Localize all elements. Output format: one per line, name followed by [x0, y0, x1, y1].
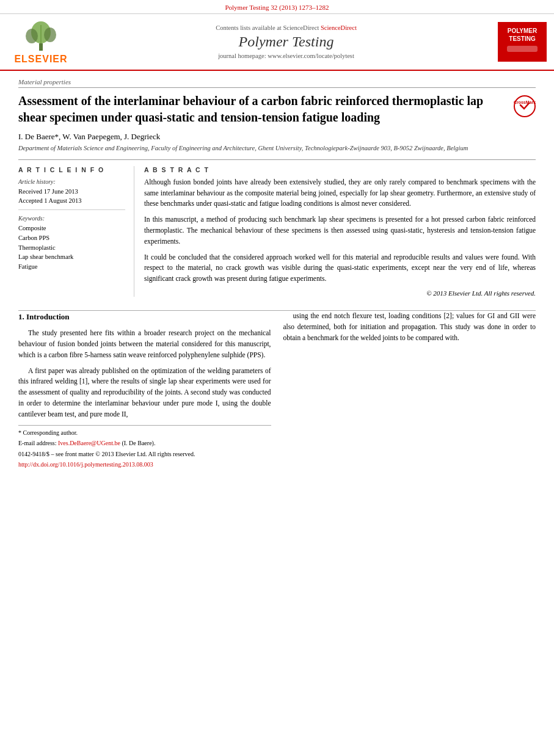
history-label: Article history:	[18, 178, 125, 185]
abstract-para-1: Although fusion bonded joints have alrea…	[144, 177, 536, 209]
journal-homepage: journal homepage: www.elsevier.com/locat…	[75, 53, 498, 59]
accepted-date: Accepted 1 August 2013	[18, 196, 125, 206]
copyright-line: © 2013 Elsevier Ltd. All rights reserved…	[144, 289, 536, 297]
footnote-asterisk: * Corresponding author.	[18, 428, 271, 438]
abstract-para-3: It could be concluded that the considere…	[144, 252, 536, 285]
article-title-block: Assessment of the interlaminar behaviour…	[18, 93, 536, 126]
abstract-para-2: In this manuscript, a method of producin…	[144, 214, 536, 247]
article-content: Material properties Assessment of the in…	[0, 71, 554, 310]
abstract-heading: A B S T R A C T	[144, 166, 536, 173]
body-left-col: 1. Introduction The study presented here…	[18, 311, 271, 471]
svg-rect-6	[507, 46, 538, 52]
sciencedirect-link[interactable]: ScienceDirect	[321, 24, 357, 31]
authors: I. De Baere*, W. Van Paepegem, J. Degrie…	[18, 132, 536, 142]
affiliation: Department of Materials Science and Engi…	[18, 144, 536, 153]
crossmark-icon: CrossMark	[514, 95, 536, 117]
svg-text:CrossMark: CrossMark	[514, 100, 536, 104]
polymer-testing-badge: POLYMER TESTING	[498, 22, 547, 62]
elsevier-tree-icon	[20, 19, 62, 53]
keyword-fatigue: Fatigue	[18, 262, 125, 272]
svg-point-3	[26, 29, 38, 43]
received-date: Received 17 June 2013	[18, 187, 125, 197]
doi-link[interactable]: http://dx.doi.org/10.1016/j.polymertesti…	[18, 461, 153, 468]
keyword-composite: Composite	[18, 224, 125, 233]
svg-point-7	[514, 96, 535, 117]
body-two-col: 1. Introduction The study presented here…	[0, 311, 554, 471]
license-line: 0142-9418/$ – see front matter © 2013 El…	[18, 449, 271, 459]
elsevier-logo: ELSEVIER	[7, 19, 75, 65]
doi-line: http://dx.doi.org/10.1016/j.polymertesti…	[18, 460, 271, 470]
keyword-lap-shear: Lap shear benchmark	[18, 252, 125, 262]
footnote-area: * Corresponding author. E-mail address: …	[18, 425, 271, 470]
article-section-label: Material properties	[18, 78, 536, 88]
email-label: E-mail address:	[18, 440, 56, 446]
abstract-col: A B S T R A C T Although fusion bonded j…	[134, 166, 536, 297]
sciencedirect-line: Contents lists available at ScienceDirec…	[75, 24, 498, 31]
intro-para-1: The study presented here fits within a b…	[18, 328, 271, 360]
article-info-heading: A R T I C L E I N F O	[18, 166, 125, 173]
svg-point-4	[44, 27, 56, 42]
intro-heading: 1. Introduction	[18, 311, 271, 323]
keywords-label: Keywords:	[18, 215, 125, 222]
keyword-thermoplastic: Thermoplastic	[18, 243, 125, 253]
journal-reference: Polymer Testing 32 (2013) 1273–1282	[0, 0, 554, 14]
journal-header: ELSEVIER Contents lists available at Sci…	[0, 14, 554, 71]
body-right-col: using the end notch flexure test, loadin…	[283, 311, 536, 471]
info-divider-1	[18, 209, 125, 210]
footnote-email: E-mail address: Ives.DeBaere@UGent.be (I…	[18, 438, 271, 448]
elsevier-wordmark: ELSEVIER	[14, 54, 67, 65]
journal-title: Polymer Testing	[75, 34, 498, 50]
reference-text: Polymer Testing 32 (2013) 1273–1282	[225, 4, 329, 11]
article-info-col: A R T I C L E I N F O Article history: R…	[18, 166, 134, 297]
svg-rect-0	[39, 43, 43, 51]
journal-center: Contents lists available at ScienceDirec…	[75, 24, 498, 59]
article-title-text: Assessment of the interlaminar behaviour…	[18, 93, 508, 126]
keyword-carbon-pps: Carbon PPS	[18, 233, 125, 243]
right-para-1: using the end notch flexure test, loadin…	[283, 311, 536, 343]
two-col-info-abstract: A R T I C L E I N F O Article history: R…	[18, 159, 536, 297]
email-suffix: (I. De Baere).	[122, 440, 155, 446]
email-link[interactable]: Ives.DeBaere@UGent.be	[58, 440, 120, 446]
badge-icon	[507, 43, 538, 55]
intro-para-2: A first paper was already published on t…	[18, 366, 271, 420]
